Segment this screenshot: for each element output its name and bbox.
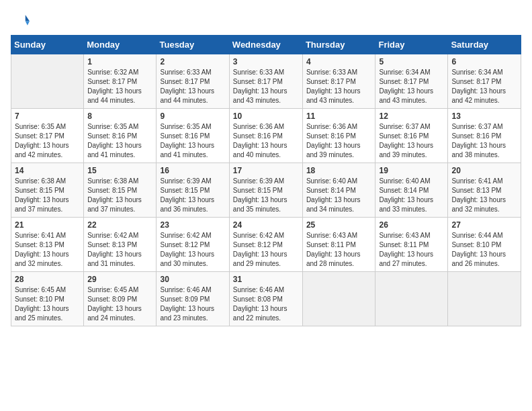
day-cell: 2Sunrise: 6:33 AMSunset: 8:17 PMDaylight… xyxy=(157,54,229,109)
day-info: Sunrise: 6:33 AMSunset: 8:17 PMDaylight:… xyxy=(233,68,299,105)
day-cell: 13Sunrise: 6:37 AMSunset: 8:16 PMDayligh… xyxy=(448,109,521,163)
svg-marker-1 xyxy=(26,15,30,21)
calendar-header-row: SundayMondayTuesdayWednesdayThursdayFrid… xyxy=(11,36,521,54)
day-number: 17 xyxy=(233,166,299,175)
column-header-wednesday: Wednesday xyxy=(229,36,302,54)
day-cell xyxy=(375,272,448,326)
calendar-table: SundayMondayTuesdayWednesdayThursdayFrid… xyxy=(11,35,521,326)
day-number: 14 xyxy=(15,166,80,175)
day-cell: 29Sunrise: 6:45 AMSunset: 8:09 PMDayligh… xyxy=(84,272,157,326)
day-cell: 21Sunrise: 6:41 AMSunset: 8:13 PMDayligh… xyxy=(11,218,84,272)
day-info: Sunrise: 6:32 AMSunset: 8:17 PMDaylight:… xyxy=(87,68,152,105)
day-info: Sunrise: 6:46 AMSunset: 8:08 PMDaylight:… xyxy=(233,285,299,323)
day-info: Sunrise: 6:37 AMSunset: 8:16 PMDaylight:… xyxy=(451,122,517,160)
column-header-thursday: Thursday xyxy=(302,36,375,54)
day-info: Sunrise: 6:44 AMSunset: 8:10 PMDaylight:… xyxy=(451,231,517,269)
day-cell: 18Sunrise: 6:40 AMSunset: 8:14 PMDayligh… xyxy=(302,163,375,218)
day-number: 20 xyxy=(451,166,517,175)
day-info: Sunrise: 6:42 AMSunset: 8:13 PMDaylight:… xyxy=(87,231,152,269)
day-number: 12 xyxy=(379,111,444,121)
day-info: Sunrise: 6:43 AMSunset: 8:11 PMDaylight:… xyxy=(379,231,444,269)
column-header-saturday: Saturday xyxy=(448,36,521,54)
day-number: 15 xyxy=(87,166,152,175)
day-cell: 17Sunrise: 6:39 AMSunset: 8:15 PMDayligh… xyxy=(229,163,302,218)
day-number: 27 xyxy=(451,220,517,230)
day-number: 9 xyxy=(160,111,225,121)
day-info: Sunrise: 6:33 AMSunset: 8:17 PMDaylight:… xyxy=(306,68,372,105)
day-number: 19 xyxy=(379,166,444,175)
day-cell: 9Sunrise: 6:35 AMSunset: 8:16 PMDaylight… xyxy=(157,109,229,163)
day-cell: 15Sunrise: 6:38 AMSunset: 8:15 PMDayligh… xyxy=(84,163,157,218)
day-info: Sunrise: 6:41 AMSunset: 8:13 PMDaylight:… xyxy=(15,231,80,269)
day-number: 6 xyxy=(451,57,517,66)
day-info: Sunrise: 6:35 AMSunset: 8:17 PMDaylight:… xyxy=(15,122,80,160)
day-cell: 14Sunrise: 6:38 AMSunset: 8:15 PMDayligh… xyxy=(11,163,84,218)
day-number: 7 xyxy=(15,111,80,121)
day-cell: 19Sunrise: 6:40 AMSunset: 8:14 PMDayligh… xyxy=(375,163,448,218)
day-cell: 4Sunrise: 6:33 AMSunset: 8:17 PMDaylight… xyxy=(302,54,375,109)
day-number: 8 xyxy=(87,111,152,121)
day-cell xyxy=(448,272,521,326)
logo xyxy=(11,11,32,30)
day-info: Sunrise: 6:38 AMSunset: 8:15 PMDaylight:… xyxy=(87,177,152,214)
day-number: 4 xyxy=(306,57,372,66)
day-number: 5 xyxy=(379,57,444,66)
day-cell: 26Sunrise: 6:43 AMSunset: 8:11 PMDayligh… xyxy=(375,218,448,272)
day-cell: 16Sunrise: 6:39 AMSunset: 8:15 PMDayligh… xyxy=(157,163,229,218)
day-number: 30 xyxy=(160,275,225,284)
week-row-4: 21Sunrise: 6:41 AMSunset: 8:13 PMDayligh… xyxy=(11,218,521,272)
day-cell: 10Sunrise: 6:36 AMSunset: 8:16 PMDayligh… xyxy=(229,109,302,163)
day-cell: 30Sunrise: 6:46 AMSunset: 8:09 PMDayligh… xyxy=(157,272,229,326)
page-header xyxy=(11,11,521,30)
day-number: 26 xyxy=(379,220,444,230)
day-number: 13 xyxy=(451,111,517,121)
day-number: 1 xyxy=(87,57,152,66)
day-info: Sunrise: 6:41 AMSunset: 8:13 PMDaylight:… xyxy=(451,177,517,214)
day-cell xyxy=(302,272,375,326)
day-number: 11 xyxy=(306,111,372,121)
day-info: Sunrise: 6:36 AMSunset: 8:16 PMDaylight:… xyxy=(233,122,299,160)
day-info: Sunrise: 6:37 AMSunset: 8:16 PMDaylight:… xyxy=(379,122,444,160)
day-info: Sunrise: 6:38 AMSunset: 8:15 PMDaylight:… xyxy=(15,177,80,214)
day-info: Sunrise: 6:33 AMSunset: 8:17 PMDaylight:… xyxy=(160,68,225,105)
day-info: Sunrise: 6:39 AMSunset: 8:15 PMDaylight:… xyxy=(233,177,299,214)
day-info: Sunrise: 6:40 AMSunset: 8:14 PMDaylight:… xyxy=(306,177,372,214)
day-info: Sunrise: 6:35 AMSunset: 8:16 PMDaylight:… xyxy=(87,122,152,160)
day-info: Sunrise: 6:43 AMSunset: 8:11 PMDaylight:… xyxy=(306,231,372,269)
day-info: Sunrise: 6:40 AMSunset: 8:14 PMDaylight:… xyxy=(379,177,444,214)
column-header-monday: Monday xyxy=(84,36,157,54)
day-number: 22 xyxy=(87,220,152,230)
day-info: Sunrise: 6:42 AMSunset: 8:12 PMDaylight:… xyxy=(160,231,225,269)
day-cell: 11Sunrise: 6:36 AMSunset: 8:16 PMDayligh… xyxy=(302,109,375,163)
day-number: 29 xyxy=(87,275,152,284)
day-cell: 3Sunrise: 6:33 AMSunset: 8:17 PMDaylight… xyxy=(229,54,302,109)
day-cell: 12Sunrise: 6:37 AMSunset: 8:16 PMDayligh… xyxy=(375,109,448,163)
day-info: Sunrise: 6:46 AMSunset: 8:09 PMDaylight:… xyxy=(160,285,225,323)
day-number: 10 xyxy=(233,111,299,121)
day-info: Sunrise: 6:34 AMSunset: 8:17 PMDaylight:… xyxy=(451,68,517,105)
day-number: 2 xyxy=(160,57,225,66)
day-number: 21 xyxy=(15,220,80,230)
day-cell: 23Sunrise: 6:42 AMSunset: 8:12 PMDayligh… xyxy=(157,218,229,272)
day-number: 31 xyxy=(233,275,299,284)
day-number: 28 xyxy=(15,275,80,284)
day-info: Sunrise: 6:36 AMSunset: 8:16 PMDaylight:… xyxy=(306,122,372,160)
day-cell: 31Sunrise: 6:46 AMSunset: 8:08 PMDayligh… xyxy=(229,272,302,326)
day-number: 18 xyxy=(306,166,372,175)
day-cell: 1Sunrise: 6:32 AMSunset: 8:17 PMDaylight… xyxy=(84,54,157,109)
day-cell xyxy=(11,54,84,109)
day-cell: 27Sunrise: 6:44 AMSunset: 8:10 PMDayligh… xyxy=(448,218,521,272)
day-cell: 25Sunrise: 6:43 AMSunset: 8:11 PMDayligh… xyxy=(302,218,375,272)
day-number: 16 xyxy=(160,166,225,175)
day-info: Sunrise: 6:45 AMSunset: 8:10 PMDaylight:… xyxy=(15,285,80,323)
day-info: Sunrise: 6:34 AMSunset: 8:17 PMDaylight:… xyxy=(379,68,444,105)
logo-icon xyxy=(11,11,30,30)
week-row-5: 28Sunrise: 6:45 AMSunset: 8:10 PMDayligh… xyxy=(11,272,521,326)
day-info: Sunrise: 6:42 AMSunset: 8:12 PMDaylight:… xyxy=(233,231,299,269)
day-cell: 24Sunrise: 6:42 AMSunset: 8:12 PMDayligh… xyxy=(229,218,302,272)
day-number: 3 xyxy=(233,57,299,66)
column-header-tuesday: Tuesday xyxy=(157,36,229,54)
column-header-sunday: Sunday xyxy=(11,36,84,54)
day-cell: 20Sunrise: 6:41 AMSunset: 8:13 PMDayligh… xyxy=(448,163,521,218)
day-cell: 22Sunrise: 6:42 AMSunset: 8:13 PMDayligh… xyxy=(84,218,157,272)
